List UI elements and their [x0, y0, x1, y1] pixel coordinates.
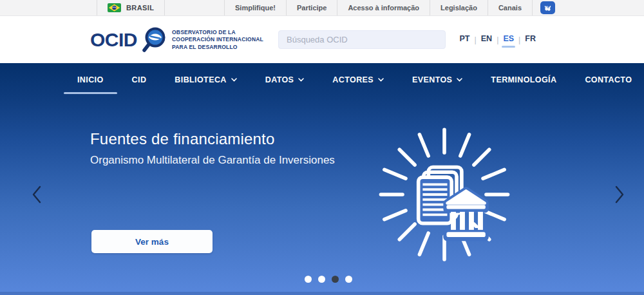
ocid-homepage: BRASIL Simplifique! Participe Acesso à i…	[0, 0, 644, 295]
bank-building-icon	[446, 191, 485, 237]
gov-brand-area: BRASIL	[97, 0, 165, 15]
nav-item-actores[interactable]: ACTORES	[332, 75, 384, 84]
carousel-dots	[0, 276, 644, 283]
nav-item-datos[interactable]: DATOS	[265, 75, 305, 84]
carousel-dot-3-active[interactable]	[332, 276, 339, 283]
vlibras-hands-icon[interactable]	[540, 1, 555, 14]
brazil-flag-icon	[108, 3, 121, 12]
logo-name: OBSERVATORIO DE LA COOPERACIÓN INTERNACI…	[172, 29, 263, 50]
logo-acronym: OCID	[90, 29, 137, 51]
nav-item-eventos[interactable]: EVENTOS	[412, 75, 462, 84]
chevron-right-icon	[614, 186, 625, 204]
site-header: OCID OBSERVATORIO DE LA COOPERACIÓN INTE…	[0, 16, 644, 63]
magnifier-globe-icon	[141, 25, 168, 55]
chevron-left-icon	[32, 186, 42, 204]
lang-pt[interactable]: PT	[460, 34, 470, 45]
hero-section: INICIO CID BIBLIOTECA DATOS ACTORES EVEN…	[0, 63, 644, 295]
hero-title: Fuentes de financiamiento	[90, 130, 275, 148]
carousel-prev-button[interactable]	[28, 183, 46, 206]
gov-link-legislacao[interactable]: Legislação	[430, 0, 488, 15]
gov-brand-link[interactable]: BRASIL	[97, 0, 165, 15]
main-nav: INICIO CID BIBLIOTECA DATOS ACTORES EVEN…	[77, 63, 632, 97]
lang-en[interactable]: EN	[481, 34, 492, 45]
chevron-down-icon	[231, 78, 237, 82]
nav-item-terminologia[interactable]: TERMINOLOGÍA	[491, 75, 556, 84]
chevron-down-icon	[378, 78, 384, 82]
gov-brand-label: BRASIL	[126, 4, 154, 12]
language-switcher: PT | EN | ES | FR	[460, 34, 536, 45]
gov-link-participe[interactable]: Participe	[286, 0, 337, 15]
gov-link-simplifique[interactable]: Simplifique!	[224, 0, 286, 15]
lang-es-active[interactable]: ES	[503, 34, 514, 45]
gov-links: Simplifique! Participe Acesso à informaç…	[224, 0, 555, 15]
lang-separator: |	[475, 35, 477, 44]
hero-subtitle: Organismo Multilateral de Garantía de In…	[90, 154, 335, 167]
gov-top-bar: BRASIL Simplifique! Participe Acesso à i…	[0, 0, 644, 16]
ocid-logo[interactable]: OCID OBSERVATORIO DE LA COOPERACIÓN INTE…	[90, 25, 263, 55]
search-input[interactable]	[278, 30, 446, 49]
carousel-dot-4[interactable]	[345, 276, 352, 283]
chevron-down-icon	[298, 78, 304, 82]
nav-item-inicio[interactable]: INICIO	[77, 75, 104, 84]
ver-mas-button[interactable]: Ver más	[91, 230, 213, 253]
gov-link-acesso-informacao[interactable]: Acesso à informação	[337, 0, 430, 15]
carousel-dot-1[interactable]	[305, 276, 312, 283]
carousel-next-button[interactable]	[611, 183, 629, 206]
gov-link-canais[interactable]: Canais	[488, 0, 532, 15]
lang-separator: |	[497, 35, 498, 44]
nav-item-biblioteca[interactable]: BIBLIOTECA	[175, 75, 236, 84]
nav-item-cid[interactable]: CID	[132, 75, 147, 84]
lang-separator: |	[518, 35, 520, 44]
gov-accessibility-area	[532, 0, 555, 15]
documents-and-bank-sunburst-icon	[372, 122, 516, 267]
chevron-down-icon	[457, 78, 462, 82]
nav-item-contacto[interactable]: CONTACTO	[585, 75, 632, 84]
lang-fr[interactable]: FR	[525, 34, 536, 45]
carousel-dot-2[interactable]	[318, 276, 325, 283]
